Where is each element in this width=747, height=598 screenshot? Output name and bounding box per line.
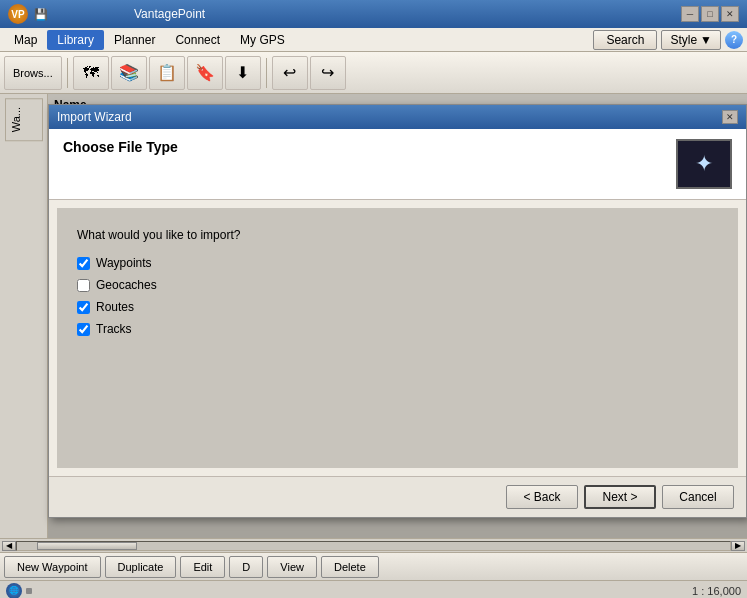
back-button[interactable]: < Back: [506, 485, 578, 509]
minimize-button[interactable]: ─: [681, 6, 699, 22]
maximize-button[interactable]: □: [701, 6, 719, 22]
checkbox-tracks[interactable]: Tracks: [77, 322, 718, 336]
dialog-header-title: Choose File Type: [63, 139, 178, 155]
scale-display: 1 : 16,000: [692, 585, 741, 597]
title-text: VantagePoint: [134, 7, 205, 21]
toolbar-separator: [67, 58, 68, 88]
search-button[interactable]: Search: [593, 30, 657, 50]
download-tool-button[interactable]: ⬇: [225, 56, 261, 90]
dialog-footer: < Back Next > Cancel: [49, 476, 746, 517]
content-area: Name Import Wizard ✕ Choose File Type ✦: [48, 94, 747, 538]
routes-checkbox[interactable]: [77, 301, 90, 314]
dialog-body: What would you like to import? Waypoints…: [57, 208, 738, 468]
browse-button[interactable]: Brows...: [4, 56, 62, 90]
checkbox-geocaches[interactable]: Geocaches: [77, 278, 718, 292]
title-bar: VP 💾 VantagePoint ─ □ ✕: [0, 0, 747, 28]
next-button[interactable]: Next >: [584, 485, 656, 509]
dialog-question: What would you like to import?: [77, 228, 718, 242]
modal-overlay: Import Wizard ✕ Choose File Type ✦ What …: [48, 94, 747, 538]
wizard-logo-icon: ✦: [695, 151, 713, 177]
waypoints-checkbox[interactable]: [77, 257, 90, 270]
sidebar-tab-waypoints[interactable]: Wa...: [5, 98, 43, 141]
status-bar: 🌐 1 : 16,000: [0, 580, 747, 598]
checkbox-waypoints[interactable]: Waypoints: [77, 256, 718, 270]
import-wizard-dialog: Import Wizard ✕ Choose File Type ✦ What …: [48, 104, 747, 518]
menu-gps[interactable]: My GPS: [230, 30, 295, 50]
planner-tool-button[interactable]: 📋: [149, 56, 185, 90]
scroll-right-button[interactable]: ▶: [731, 541, 745, 551]
geocaches-checkbox[interactable]: [77, 279, 90, 292]
undo-button[interactable]: ↩: [272, 56, 308, 90]
library-tool-button[interactable]: 📚: [111, 56, 147, 90]
tracks-checkbox[interactable]: [77, 323, 90, 336]
checkbox-routes[interactable]: Routes: [77, 300, 718, 314]
menu-map[interactable]: Map: [4, 30, 47, 50]
new-waypoint-button[interactable]: New Waypoint: [4, 556, 101, 578]
delete-button[interactable]: Delete: [321, 556, 379, 578]
window-controls: ─ □ ✕: [681, 6, 739, 22]
menu-library[interactable]: Library: [47, 30, 104, 50]
dialog-title-bar: Import Wizard ✕: [49, 105, 746, 129]
view-button[interactable]: View: [267, 556, 317, 578]
tracks-label: Tracks: [96, 322, 132, 336]
map-tool-button[interactable]: 🗺: [73, 56, 109, 90]
main-area: Wa... Name Import Wizard ✕ Choose File T…: [0, 94, 747, 538]
globe-icon: 🌐: [6, 583, 22, 599]
scrollbar-thumb[interactable]: [37, 542, 137, 550]
waypoints-label: Waypoints: [96, 256, 152, 270]
menu-bar: Map Library Planner Connect My GPS Searc…: [0, 28, 747, 52]
wizard-logo: ✦: [676, 139, 732, 189]
close-window-button[interactable]: ✕: [721, 6, 739, 22]
dialog-title-text: Import Wizard: [57, 110, 132, 124]
sidebar: Wa...: [0, 94, 48, 538]
cancel-button[interactable]: Cancel: [662, 485, 734, 509]
menu-planner[interactable]: Planner: [104, 30, 165, 50]
quick-access-icon: 💾: [34, 8, 48, 21]
help-button[interactable]: ?: [725, 31, 743, 49]
scrollbar-track[interactable]: [16, 541, 731, 551]
menu-connect[interactable]: Connect: [165, 30, 230, 50]
status-indicator: [26, 588, 32, 594]
edit-button[interactable]: Edit: [180, 556, 225, 578]
toolbar-separator-2: [266, 58, 267, 88]
routes-label: Routes: [96, 300, 134, 314]
chevron-down-icon: ▼: [700, 33, 712, 47]
bookmark-tool-button[interactable]: 🔖: [187, 56, 223, 90]
d-button[interactable]: D: [229, 556, 263, 578]
redo-button[interactable]: ↪: [310, 56, 346, 90]
main-toolbar: Brows... 🗺 📚 📋 🔖 ⬇ ↩ ↪: [0, 52, 747, 94]
horizontal-scrollbar: ◀ ▶: [0, 538, 747, 552]
dialog-close-button[interactable]: ✕: [722, 110, 738, 124]
bottom-toolbar: New Waypoint Duplicate Edit D View Delet…: [0, 552, 747, 580]
status-left: 🌐: [6, 583, 32, 599]
scroll-left-button[interactable]: ◀: [2, 541, 16, 551]
style-button[interactable]: Style ▼: [661, 30, 721, 50]
app-logo: VP: [8, 4, 28, 24]
geocaches-label: Geocaches: [96, 278, 157, 292]
duplicate-button[interactable]: Duplicate: [105, 556, 177, 578]
dialog-header: Choose File Type ✦: [49, 129, 746, 200]
